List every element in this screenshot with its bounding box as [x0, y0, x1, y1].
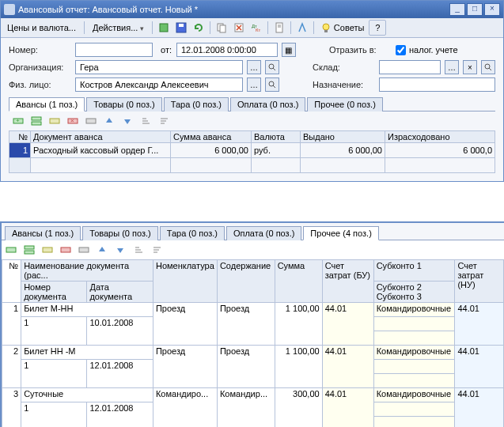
col-cur[interactable]: Валюта — [252, 131, 301, 143]
person-label: Физ. лицо: — [9, 80, 70, 89]
structure-icon[interactable] — [294, 21, 310, 35]
dest-field[interactable] — [379, 77, 495, 92]
date-field[interactable] — [176, 43, 278, 57]
sklad-select-icon[interactable]: … — [445, 60, 459, 74]
col2-nomen[interactable]: Номенклатура — [153, 260, 217, 303]
advice-button[interactable]: Советы — [317, 22, 367, 33]
save-icon[interactable] — [173, 21, 189, 35]
tab-tovary[interactable]: Товары (0 поз.) — [86, 97, 161, 111]
report-icon[interactable] — [271, 21, 287, 35]
tab2-tara[interactable]: Тара (0 поз.) — [160, 226, 225, 240]
sklad-open-icon[interactable] — [481, 60, 495, 74]
col2-sub2[interactable]: Субконто 2Субконто 3 — [373, 282, 455, 303]
svg-text:×: × — [70, 117, 74, 124]
sklad-label: Склад: — [313, 62, 374, 72]
close-button[interactable]: × — [484, 3, 500, 16]
col2-num[interactable]: № — [2, 260, 21, 303]
tab-oplata[interactable]: Оплата (0 поз.) — [230, 97, 305, 111]
col2-bu[interactable]: Счет затрат (БУ) — [322, 260, 373, 303]
table-row-empty[interactable] — [9, 158, 495, 173]
col2-sum[interactable]: Сумма — [275, 260, 322, 303]
org-open-icon[interactable] — [265, 60, 279, 74]
tab-tara[interactable]: Тара (0 поз.) — [164, 97, 229, 111]
table-row[interactable]: 2Билет НН -МПроездПроезд1 100,0044.01Ком… — [2, 346, 504, 360]
sklad-field[interactable] — [379, 60, 441, 74]
svg-rect-38 — [79, 248, 89, 252]
tab-prochee[interactable]: Прочее (0 поз.) — [307, 97, 382, 111]
titlebar: Авансовый отчет: Авансовый отчет. Новый … — [1, 1, 503, 18]
person-select-icon[interactable]: … — [247, 77, 261, 92]
table-row[interactable]: 1Билет М-ННПроездПроезд1 100,0044.01Кома… — [2, 303, 504, 317]
row-end-icon[interactable] — [83, 114, 99, 128]
number-field[interactable] — [75, 43, 153, 57]
sklad-clear-icon[interactable]: × — [463, 60, 477, 74]
row-insert-icon[interactable] — [28, 114, 44, 128]
row-edit-icon[interactable] — [40, 243, 55, 257]
avansy-grid[interactable]: № Документ аванса Сумма аванса Валюта Вы… — [9, 130, 495, 173]
tab2-prochee[interactable]: Прочее (4 поз.) — [303, 226, 378, 240]
row-delete-icon[interactable] — [58, 243, 74, 257]
reload-icon[interactable] — [191, 21, 207, 35]
tab2-avansy[interactable]: Авансы (1 поз.) — [5, 226, 81, 240]
actions-menu[interactable]: Действия... — [88, 21, 149, 34]
row-delete-icon[interactable]: × — [65, 114, 81, 128]
svg-rect-36 — [43, 248, 52, 252]
svg-point-11 — [323, 24, 329, 30]
org-field[interactable] — [75, 60, 243, 74]
col-num[interactable]: № — [9, 131, 31, 143]
post-icon[interactable] — [231, 21, 247, 35]
col-iss[interactable]: Выдано — [301, 131, 385, 143]
col2-sub1[interactable]: Субконто 1 — [373, 260, 455, 282]
tabs: Авансы (1 поз.) Товары (0 поз.) Тара (0 … — [9, 96, 495, 111]
row-edit-icon[interactable] — [47, 114, 63, 128]
tab2-oplata[interactable]: Оплата (0 поз.) — [226, 226, 301, 240]
row-end-icon[interactable] — [76, 243, 92, 257]
svg-rect-26 — [86, 119, 96, 123]
person-field[interactable] — [75, 77, 243, 92]
calendar-icon[interactable]: ▦ — [282, 43, 296, 57]
prochee-grid[interactable]: № Наименование документа (рас... Номенкл… — [2, 259, 504, 427]
move-up-icon[interactable] — [94, 243, 110, 257]
dtkt-icon[interactable]: ДтКт — [248, 21, 264, 35]
svg-line-18 — [273, 85, 275, 88]
command-bar: Цены и валюта... Действия... ДтКт Советы… — [1, 18, 503, 38]
col2-docdate[interactable]: Дата документа — [87, 282, 153, 303]
row-insert-icon[interactable] — [21, 243, 37, 257]
from-label: от: — [161, 45, 172, 55]
col-doc[interactable]: Документ аванса — [31, 131, 171, 143]
svg-rect-2 — [179, 24, 184, 27]
svg-text:Кт: Кт — [256, 28, 260, 32]
move-down-icon[interactable] — [119, 114, 135, 128]
prices-menu[interactable]: Цены и валюта... — [2, 21, 81, 34]
move-down-icon[interactable] — [112, 243, 128, 257]
table-row[interactable]: 3СуточныеКомандиро...Командир...300,0044… — [2, 388, 504, 402]
move-up-icon[interactable] — [101, 114, 117, 128]
sort-desc-icon[interactable] — [149, 243, 165, 257]
detail-panel: Авансы (1 поз.) Товары (0 поз.) Тара (0 … — [0, 221, 504, 427]
svg-rect-23 — [50, 119, 59, 123]
window-title: Авансовый отчет: Авансовый отчет. Новый … — [18, 5, 448, 14]
minimize-button[interactable]: _ — [449, 3, 465, 16]
col2-name[interactable]: Наименование документа (рас... — [21, 260, 153, 282]
add-icon[interactable] — [156, 21, 172, 35]
col2-content[interactable]: Содержание — [217, 260, 275, 303]
row-add-icon[interactable]: + — [10, 114, 26, 128]
maximize-button[interactable]: □ — [467, 3, 483, 16]
col2-nu[interactable]: Счет затрат (НУ) — [455, 260, 504, 303]
row-add-icon[interactable] — [3, 243, 19, 257]
tab2-tovary[interactable]: Товары (0 поз.) — [82, 226, 157, 240]
sort-asc-icon[interactable] — [138, 114, 153, 128]
col-sum[interactable]: Сумма аванса — [171, 131, 252, 143]
tax-checkbox[interactable]: налог. учете — [396, 45, 458, 55]
sort-asc-icon[interactable] — [131, 243, 146, 257]
sort-desc-icon[interactable] — [156, 114, 172, 128]
person-open-icon[interactable] — [265, 77, 279, 92]
help-button[interactable]: ? — [369, 20, 386, 36]
col2-docnum[interactable]: Номер документа — [21, 282, 87, 303]
table-row[interactable]: 1 Расходный кассовый ордер Г... 6 000,00… — [9, 143, 495, 158]
col-spent[interactable]: Израсходовано — [385, 131, 495, 143]
org-select-icon[interactable]: … — [247, 60, 261, 74]
copy-icon[interactable] — [214, 21, 229, 35]
tab-avansy[interactable]: Авансы (1 поз.) — [9, 97, 85, 111]
svg-text:+: + — [16, 117, 20, 124]
